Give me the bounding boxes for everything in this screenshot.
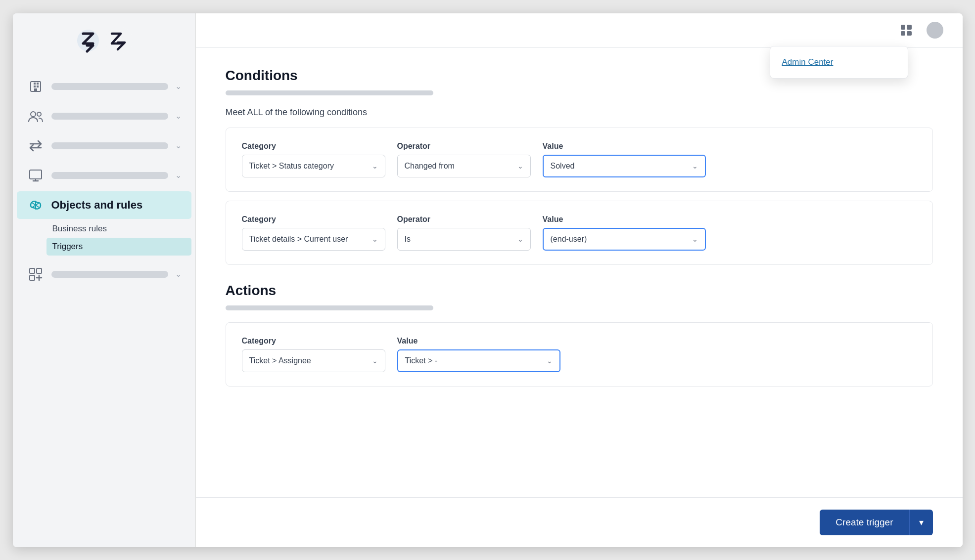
condition-1-category-group: Category Ticket > Status category ⌄ [242,142,385,177]
svg-rect-2 [37,86,39,87]
condition-1-operator-value: Changed from [405,162,455,171]
nav-label-bar-channels [51,142,168,149]
nav-label-bar-workspaces [51,172,168,179]
sidebar: ⌄ ⌄ [13,13,196,547]
admin-center-link[interactable]: Admin Center [770,50,908,74]
action-row-1: Category Ticket > Assignee ⌄ Value Ticke… [242,337,917,372]
condition-2-value-value: (end-user) [551,235,587,244]
chevron-down-icon-c1cat: ⌄ [372,162,378,170]
svg-point-6 [31,112,36,117]
action-1-value-value: Ticket > - [405,356,438,365]
topbar: Admin Center [196,13,963,48]
building-icon [27,78,45,95]
action-1-category-label: Category [242,337,385,345]
grid-cell-3 [901,31,906,36]
sub-navigation: Business rules Triggers [13,220,195,259]
actions-progress [226,305,933,310]
grid-icon-inner [901,25,912,36]
objects-rules-label: Objects and rules [51,199,143,212]
action-1-category-group: Category Ticket > Assignee ⌄ [242,337,385,372]
svg-rect-10 [37,268,42,273]
condition-1-operator-select[interactable]: Changed from ⌄ [397,155,531,177]
chevron-down-icon-c1op: ⌄ [517,162,523,170]
condition-1-category-select[interactable]: Ticket > Status category ⌄ [242,155,385,177]
action-1-value-group: Value Ticket > - ⌄ [397,337,560,372]
condition-1-category-label: Category [242,142,385,151]
nav-label-bar-apps [51,271,168,278]
condition-row-2: Category Ticket details > Current user ⌄… [242,215,917,251]
condition-2-operator-value: Is [405,235,411,244]
actions-progress-bar [226,305,433,310]
zendesk-logo [73,26,103,55]
condition-row-1: Category Ticket > Status category ⌄ Oper… [242,142,917,177]
sidebar-sub-item-business-rules[interactable]: Business rules [46,220,191,238]
sidebar-item-org[interactable]: ⌄ [17,73,191,100]
chevron-down-icon-apps: ⌄ [175,269,182,279]
zendesk-logo-svg [103,25,135,56]
chevron-down-icon-c2op: ⌄ [517,235,523,243]
sidebar-logo [13,13,195,68]
grid-cell-4 [907,31,912,36]
create-trigger-dropdown-button[interactable]: ▾ [909,510,933,535]
create-trigger-button[interactable]: Create trigger [820,510,909,535]
action-1-category-select[interactable]: Ticket > Assignee ⌄ [242,349,385,372]
sidebar-item-apps[interactable]: ⌄ [17,260,191,288]
page-content: Conditions Meet ALL of the following con… [196,48,963,497]
condition-1-value-group: Value Solved ⌄ [543,142,706,177]
admin-center-dropdown: Admin Center [770,46,908,79]
sidebar-item-channels[interactable]: ⌄ [17,132,191,160]
svg-rect-8 [30,170,42,179]
chevron-down-icon-channels: ⌄ [175,141,182,150]
people-icon [27,107,45,125]
condition-1-category-value: Ticket > Status category [249,162,334,171]
create-trigger-bar: Create trigger ▾ [196,497,963,547]
dropdown-arrow-icon: ▾ [919,517,924,528]
nav-label-bar-org [51,83,168,90]
user-profile-icon[interactable] [925,20,945,40]
condition-2-operator-select[interactable]: Is ⌄ [397,228,531,251]
sidebar-item-objects-rules[interactable]: Objects and rules [17,191,191,219]
sidebar-navigation: ⌄ ⌄ [13,68,195,547]
workspaces-icon [27,167,45,184]
svg-rect-3 [34,83,36,85]
condition-2-category-label: Category [242,215,385,224]
chevron-down-icon-people: ⌄ [175,111,182,121]
action-1-value-select[interactable]: Ticket > - ⌄ [397,349,560,372]
svg-rect-11 [30,275,35,280]
sidebar-item-workspaces[interactable]: ⌄ [17,162,191,189]
conditions-section: Conditions Meet ALL of the following con… [226,68,933,265]
svg-rect-1 [34,86,36,87]
conditions-subtitle: Meet ALL of the following conditions [226,107,933,118]
condition-2-value-select[interactable]: (end-user) ⌄ [543,228,706,251]
sidebar-item-people[interactable]: ⌄ [17,102,191,130]
condition-card-1: Category Ticket > Status category ⌄ Oper… [226,128,933,192]
grid-cell-2 [907,25,912,30]
condition-2-operator-label: Operator [397,215,531,224]
condition-1-value-select[interactable]: Solved ⌄ [543,155,706,177]
objects-rules-icon [27,196,45,214]
condition-2-value-label: Value [543,215,706,224]
condition-2-category-select[interactable]: Ticket details > Current user ⌄ [242,228,385,251]
condition-1-operator-group: Operator Changed from ⌄ [397,142,531,177]
condition-2-value-group: Value (end-user) ⌄ [543,215,706,251]
actions-title: Actions [226,283,933,299]
conditions-progress-bar [226,90,433,95]
condition-1-operator-label: Operator [397,142,531,151]
condition-2-category-value: Ticket details > Current user [249,235,348,244]
condition-2-operator-group: Operator Is ⌄ [397,215,531,251]
apps-icon [27,265,45,283]
main-content: Admin Center Conditions Meet ALL of the … [196,13,963,547]
grid-cell-1 [901,25,906,30]
chevron-down-icon: ⌄ [175,82,182,91]
svg-rect-4 [37,83,39,85]
chevron-down-icon-a1val: ⌄ [547,357,553,365]
condition-card-2: Category Ticket details > Current user ⌄… [226,201,933,265]
grid-apps-icon[interactable] [896,20,916,40]
action-card-1: Category Ticket > Assignee ⌄ Value Ticke… [226,322,933,387]
condition-2-category-group: Category Ticket details > Current user ⌄ [242,215,385,251]
channels-icon [27,137,45,155]
condition-1-value-label: Value [543,142,706,151]
condition-1-value-value: Solved [551,162,575,171]
sidebar-sub-item-triggers[interactable]: Triggers [46,238,191,256]
actions-section: Actions Category Ticket > Assignee ⌄ [226,283,933,387]
